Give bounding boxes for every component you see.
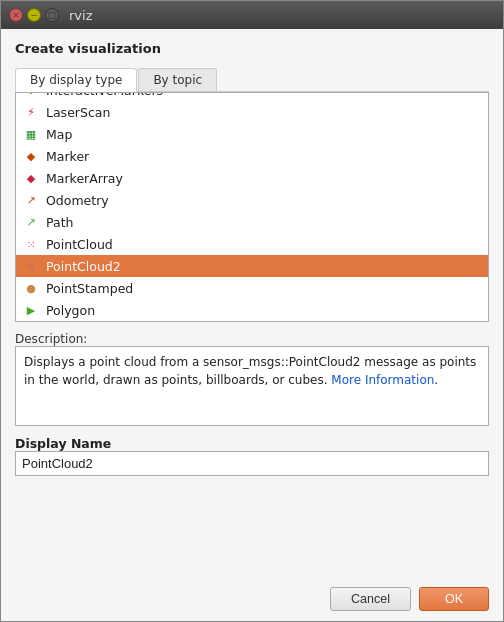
- list-item-label-odometry: Odometry: [46, 193, 109, 208]
- display-name-label: Display Name: [15, 436, 489, 451]
- visualization-list[interactable]: 📁Group⚡Illuminance▣Image✤InteractiveMark…: [15, 92, 489, 322]
- pointstamped-icon: ●: [22, 280, 40, 296]
- dialog-header: Create visualization: [15, 41, 489, 56]
- markerarray-icon: ◆: [22, 170, 40, 186]
- list-item-label-markerarray: MarkerArray: [46, 171, 123, 186]
- window-title: rviz: [69, 8, 92, 23]
- ok-button[interactable]: OK: [419, 587, 489, 611]
- description-text: Displays a point cloud from a sensor_msg…: [15, 346, 489, 426]
- titlebar-buttons: × − □: [9, 8, 59, 22]
- list-item-laserscan[interactable]: ⚡LaserScan: [16, 101, 488, 123]
- polygon-icon: ▶: [22, 302, 40, 318]
- list-item-label-pointcloud: PointCloud: [46, 237, 113, 252]
- list-item-interactive-markers[interactable]: ✤InteractiveMarkers: [16, 92, 488, 101]
- list-item-markerarray[interactable]: ◆MarkerArray: [16, 167, 488, 189]
- close-button[interactable]: ×: [9, 8, 23, 22]
- display-name-input[interactable]: [15, 451, 489, 476]
- pointcloud2-icon: ⁙: [22, 258, 40, 274]
- pointcloud-icon: ⁙: [22, 236, 40, 252]
- more-info-link[interactable]: More Information: [331, 373, 434, 387]
- list-item-label-marker: Marker: [46, 149, 89, 164]
- display-name-section: Display Name: [15, 434, 489, 476]
- list-item-label-laserscan: LaserScan: [46, 105, 110, 120]
- list-item-pointcloud[interactable]: ⁙PointCloud: [16, 233, 488, 255]
- titlebar: × − □ rviz: [1, 1, 503, 29]
- dialog-content: Create visualization By display type By …: [1, 29, 503, 621]
- path-icon: ↗: [22, 214, 40, 230]
- cancel-button[interactable]: Cancel: [330, 587, 411, 611]
- list-item-path[interactable]: ↗Path: [16, 211, 488, 233]
- main-window: × − □ rviz Create visualization By displ…: [0, 0, 504, 622]
- interactive-markers-icon: ✤: [22, 92, 40, 98]
- tab-section: By display type By topic 📁Group⚡Illumina…: [15, 68, 489, 322]
- laserscan-icon: ⚡: [22, 104, 40, 120]
- list-item-pointcloud2[interactable]: ⁙PointCloud2: [16, 255, 488, 277]
- list-item-pointstamped[interactable]: ●PointStamped: [16, 277, 488, 299]
- list-item-label-pointcloud2: PointCloud2: [46, 259, 121, 274]
- list-item-label-pointstamped: PointStamped: [46, 281, 133, 296]
- maximize-button[interactable]: □: [45, 8, 59, 22]
- map-icon: ▦: [22, 126, 40, 142]
- list-item-polygon[interactable]: ▶Polygon: [16, 299, 488, 321]
- list-item-map[interactable]: ▦Map: [16, 123, 488, 145]
- description-section: Description: Displays a point cloud from…: [15, 330, 489, 426]
- tab-bar: By display type By topic: [15, 68, 489, 92]
- list-item-label-polygon: Polygon: [46, 303, 95, 318]
- tab-topic[interactable]: By topic: [138, 68, 217, 91]
- list-item-label-map: Map: [46, 127, 72, 142]
- list-item-label-interactive-markers: InteractiveMarkers: [46, 92, 163, 98]
- list-item-label-path: Path: [46, 215, 73, 230]
- list-item-odometry[interactable]: ↗Odometry: [16, 189, 488, 211]
- button-row: Cancel OK: [15, 583, 489, 611]
- minimize-button[interactable]: −: [27, 8, 41, 22]
- tab-display-type[interactable]: By display type: [15, 68, 137, 92]
- odometry-icon: ↗: [22, 192, 40, 208]
- list-item-marker[interactable]: ◆Marker: [16, 145, 488, 167]
- description-label: Description:: [15, 332, 489, 346]
- marker-icon: ◆: [22, 148, 40, 164]
